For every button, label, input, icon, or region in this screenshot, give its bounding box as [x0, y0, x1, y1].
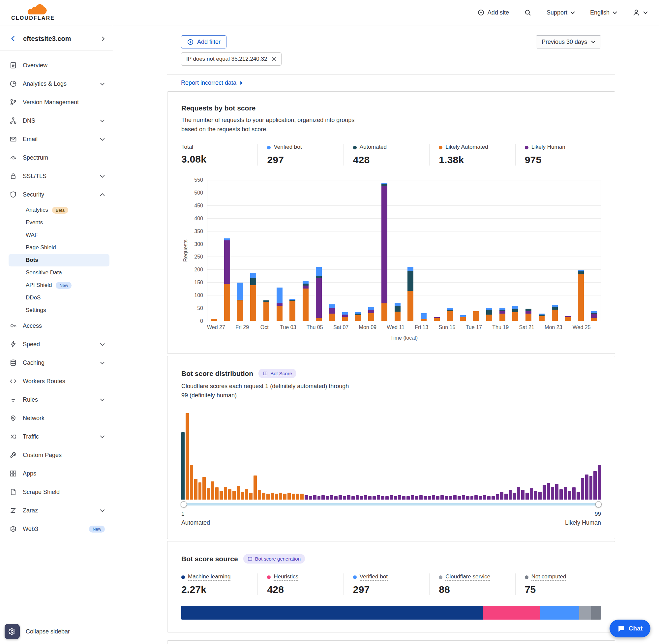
sidebar-item-apps[interactable]: Apps — [0, 464, 113, 483]
sidebar-item-security[interactable]: Security — [0, 185, 113, 204]
chevron-down-icon — [100, 362, 105, 364]
bar-slot — [509, 180, 522, 321]
sidebar-item-workers-routes[interactable]: Workers Routes — [0, 372, 113, 390]
histogram-bar-score-59 — [428, 496, 431, 500]
stat-label: Machine learning — [181, 573, 257, 581]
bar-segment-likely-automated — [578, 274, 584, 321]
histogram-bar-score-31 — [309, 496, 312, 500]
filter-chip[interactable]: IP does not equal 35.212.240.32 — [181, 52, 282, 66]
account-menu[interactable] — [632, 8, 648, 17]
score-range-slider[interactable] — [181, 500, 601, 508]
sidebar-item-access[interactable]: Access — [0, 317, 113, 335]
histogram-bar-score-22 — [270, 493, 274, 500]
add-site-button[interactable]: Add site — [477, 9, 509, 16]
caret-right-icon — [240, 81, 243, 85]
slider-handle-max[interactable] — [595, 501, 602, 507]
legend-dot — [439, 575, 442, 579]
bar-segment-verified-bot — [237, 282, 243, 300]
bar-slot — [312, 180, 325, 321]
histogram-bar-score-21 — [266, 493, 270, 500]
bar-slot — [496, 180, 509, 321]
sidebar-item-page-shield[interactable]: Page Shield — [8, 242, 110, 254]
bar-slot — [587, 180, 601, 321]
histogram-bar-score-41 — [351, 496, 355, 500]
histogram-bar-score-84 — [534, 491, 537, 500]
sidebar-item-web3[interactable]: Web3New — [0, 520, 113, 538]
sidebar-item-network[interactable]: Network — [0, 409, 113, 427]
collapse-sidebar-button[interactable]: Collapse sidebar — [0, 619, 113, 644]
sidebar-item-settings[interactable]: Settings — [8, 304, 110, 317]
sidebar-item-bots[interactable]: Bots — [8, 254, 110, 267]
bar-slot — [548, 180, 561, 321]
source-segment-verified-bot — [540, 606, 580, 620]
histogram-bar-score-44 — [364, 495, 367, 500]
sidebar-item-rules[interactable]: Rules — [0, 390, 113, 409]
bot-score-generation-badge[interactable]: Bot score generation — [243, 554, 305, 564]
badge-new: New — [89, 526, 105, 532]
histogram-bar-score-40 — [347, 495, 350, 500]
sidebar-item-analytics[interactable]: AnalyticsBeta — [8, 204, 110, 216]
support-menu[interactable]: Support — [547, 9, 575, 16]
site-chevron-icon[interactable] — [102, 36, 105, 41]
next-card-partial — [167, 640, 615, 644]
stat-cloudflare-service: Cloudflare service88 — [429, 573, 515, 595]
sidebar-item-analytics-logs[interactable]: Analytics & Logs — [0, 74, 113, 93]
date-range-button[interactable]: Previous 30 days — [536, 35, 601, 48]
back-arrow-icon[interactable] — [9, 34, 17, 43]
y-tick-label: 200 — [194, 267, 203, 273]
chat-button[interactable]: Chat — [610, 620, 651, 638]
sidebar-item-spectrum[interactable]: Spectrum — [0, 148, 113, 167]
bar-segment-likely-human — [224, 240, 230, 284]
add-filter-button[interactable]: Add filter — [181, 35, 227, 48]
y-tick-label: 300 — [194, 242, 203, 247]
cloudflare-logo[interactable]: CLOUDFLARE — [11, 4, 55, 21]
histogram-bar-score-15 — [241, 492, 244, 500]
sidebar-item-scrape-shield[interactable]: Scrape Shield — [0, 483, 113, 501]
sidebar-item-events[interactable]: Events — [8, 216, 110, 229]
bar-segment-likely-human — [329, 308, 335, 314]
stat-value: 428 — [267, 584, 343, 595]
search-button[interactable] — [524, 9, 532, 16]
sidebar-item-caching[interactable]: Caching — [0, 353, 113, 372]
bar-segment-likely-human — [499, 311, 505, 314]
sidebar-item-ssl-tls[interactable]: SSL/TLS — [0, 167, 113, 185]
histogram-bar-score-35 — [326, 496, 329, 500]
preferences-gear-button[interactable] — [5, 624, 20, 639]
histogram-bar-score-77 — [504, 493, 508, 500]
sidebar-item-sensitive-data[interactable]: Sensitive Data — [8, 267, 110, 279]
language-menu[interactable]: English — [590, 9, 617, 16]
sidebar-item-overview[interactable]: Overview — [0, 56, 113, 74]
sidebar-item-version-management[interactable]: Version Management — [0, 93, 113, 112]
bar-slot — [522, 180, 535, 321]
legend-dot — [525, 146, 528, 150]
plus-circle-icon — [187, 39, 194, 46]
remove-filter-icon[interactable] — [272, 57, 276, 61]
source-card-title: Bot score source — [181, 555, 238, 563]
sidebar-item-traffic[interactable]: Traffic — [0, 427, 113, 446]
sidebar-item-waf[interactable]: WAF — [8, 229, 110, 242]
network-icon — [9, 414, 17, 422]
add-site-label: Add site — [488, 9, 509, 16]
histogram-bar-score-52 — [398, 495, 401, 500]
chevron-down-icon — [100, 83, 105, 86]
x-tick-label — [428, 324, 439, 330]
histogram-bar-score-72 — [483, 495, 486, 500]
bot-score-badge[interactable]: Bot Score — [258, 369, 297, 378]
sidebar-item-zaraz[interactable]: Zaraz — [0, 501, 113, 520]
slider-handle-min[interactable] — [181, 501, 187, 507]
sidebar-item-custom-pages[interactable]: Custom Pages — [0, 446, 113, 464]
sidebar-item-email[interactable]: Email — [0, 130, 113, 148]
web3-icon — [9, 525, 17, 533]
sidebar-item-dns[interactable]: DNS — [0, 112, 113, 130]
top-bar: CLOUDFLARE Add site Support English — [0, 0, 659, 25]
sidebar-item-api-shield[interactable]: API ShieldNew — [8, 279, 110, 292]
stat-value: 297 — [267, 154, 343, 165]
site-switcher: cftestsite3.com — [0, 25, 113, 51]
sidebar-item-ddos[interactable]: DDoS — [8, 292, 110, 304]
sidebar: cftestsite3.com OverviewAnalytics & Logs… — [0, 25, 113, 644]
bar-segment-likely-automated — [473, 311, 479, 321]
report-incorrect-data-link[interactable]: Report incorrect data — [181, 79, 243, 86]
stat-label: Verified bot — [267, 144, 343, 151]
sidebar-item-speed[interactable]: Speed — [0, 335, 113, 353]
slider-track[interactable] — [181, 503, 601, 506]
